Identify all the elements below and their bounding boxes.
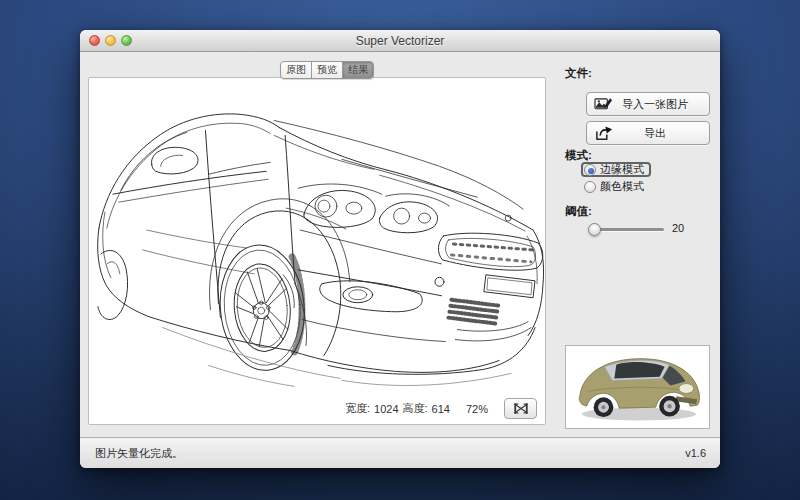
- threshold-slider-track[interactable]: [593, 228, 664, 231]
- import-image-button[interactable]: 导入一张图片: [586, 92, 710, 116]
- window-title: Super Vectorizer: [80, 30, 720, 52]
- width-label: 宽度:: [345, 401, 370, 416]
- app-window: Super Vectorizer 原图 预览 结果: [80, 30, 720, 468]
- tab-preview[interactable]: 预览: [312, 62, 343, 78]
- radio-edge-mode[interactable]: 边缘模式: [581, 162, 651, 177]
- traffic-lights: [89, 35, 132, 46]
- canvas-panel: 宽度: 1024 高度: 614 72%: [88, 77, 546, 425]
- zoom-percentage: 72%: [466, 403, 488, 415]
- color-mode-label: 颜色模式: [600, 179, 644, 194]
- fit-to-window-button[interactable]: [504, 398, 537, 419]
- height-label: 高度:: [403, 401, 428, 416]
- threshold-value: 20: [672, 222, 684, 234]
- main-content: 原图 预览 结果: [80, 52, 720, 437]
- view-tabs: 原图 预览 结果: [280, 61, 374, 79]
- window-titlebar[interactable]: Super Vectorizer: [80, 30, 720, 52]
- edge-mode-label: 边缘模式: [600, 162, 644, 177]
- status-message: 图片矢量化完成。: [95, 438, 183, 468]
- width-value: 1024: [374, 403, 398, 415]
- vectorized-car-image: [89, 78, 545, 394]
- close-button[interactable]: [89, 35, 100, 46]
- original-car-photo: [568, 348, 707, 426]
- desktop-background: Super Vectorizer 原图 预览 结果: [0, 0, 800, 500]
- fit-to-window-icon: [513, 402, 529, 415]
- export-button[interactable]: 导出: [586, 121, 710, 145]
- radio-circle-checked: [584, 164, 596, 176]
- tab-original[interactable]: 原图: [281, 62, 312, 78]
- tab-result[interactable]: 结果: [343, 62, 373, 78]
- export-arrow-icon: [594, 125, 613, 142]
- radio-circle-unchecked: [584, 181, 596, 193]
- original-image-thumbnail: [565, 345, 710, 429]
- image-import-icon: [594, 96, 613, 113]
- mode-section-label: 模式:: [565, 148, 592, 163]
- zoom-button[interactable]: [121, 35, 132, 46]
- image-info-bar: 宽度: 1024 高度: 614 72%: [345, 398, 537, 419]
- status-bar: 图片矢量化完成。 v1.6: [80, 437, 720, 468]
- height-value: 614: [432, 403, 450, 415]
- threshold-slider-knob[interactable]: [588, 223, 601, 236]
- file-section-label: 文件:: [565, 66, 592, 81]
- threshold-section-label: 阈值:: [565, 204, 592, 219]
- minimize-button[interactable]: [105, 35, 116, 46]
- version-label: v1.6: [685, 438, 706, 468]
- radio-color-mode[interactable]: 颜色模式: [584, 179, 644, 194]
